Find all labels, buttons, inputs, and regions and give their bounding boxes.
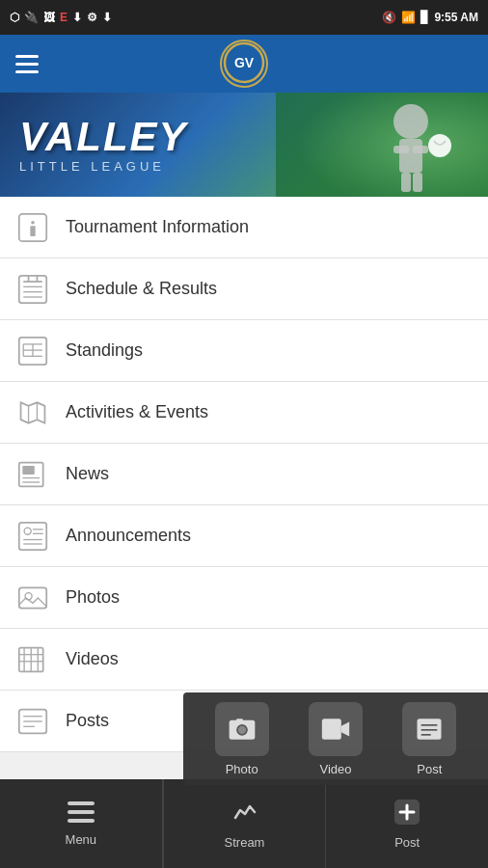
popup-photo-label: Photo: [226, 762, 258, 776]
svg-marker-55: [341, 721, 349, 736]
status-bar: ⬡ 🔌 🖼 E ⬇ ⚙ ⬇ 🔇 📶 ▊ 9:55 AM: [0, 0, 488, 35]
svg-rect-13: [19, 275, 46, 302]
activities-label: Activities & Events: [66, 402, 208, 422]
posts-label: Posts: [66, 711, 109, 731]
svg-rect-54: [322, 719, 341, 740]
popup-toolbar: Photo Video Post: [183, 692, 488, 785]
svg-point-11: [31, 220, 35, 224]
league-banner: VALLEY LITTLE LEAGUE: [0, 93, 488, 197]
news-icon: [15, 457, 50, 492]
svg-rect-4: [399, 139, 422, 173]
svg-point-3: [393, 104, 428, 139]
bottom-navigation: Menu Stream Post: [0, 779, 488, 868]
photos-icon: [15, 581, 50, 615]
popup-post-label: Post: [417, 762, 442, 776]
menu-item-activities[interactable]: Activities & Events: [0, 382, 488, 444]
schedule-label: Schedule & Results: [66, 279, 217, 299]
standings-label: Standings: [66, 340, 143, 361]
svg-rect-29: [22, 466, 34, 475]
svg-rect-7: [401, 173, 411, 192]
banner-title: VALLEY: [19, 117, 188, 157]
nav-post-icon: [393, 799, 420, 831]
svg-rect-6: [413, 146, 428, 153]
popup-post-button[interactable]: Post: [383, 702, 476, 776]
svg-rect-32: [19, 522, 46, 549]
svg-rect-61: [68, 810, 95, 814]
banner-subtitle: LITTLE LEAGUE: [19, 159, 188, 174]
schedule-icon: [15, 272, 50, 307]
svg-rect-62: [68, 819, 95, 823]
posts-icon: [15, 704, 50, 739]
banner-text: VALLEY LITTLE LEAGUE: [19, 117, 188, 174]
popup-video-icon: [309, 702, 363, 756]
svg-rect-8: [413, 173, 422, 192]
svg-rect-2: [276, 93, 488, 197]
menu-item-schedule[interactable]: Schedule & Results: [0, 258, 488, 320]
nav-stream-label: Stream: [225, 835, 265, 850]
popup-video-button[interactable]: Video: [288, 702, 382, 776]
logo-svg: GV: [223, 41, 265, 84]
svg-point-33: [24, 528, 31, 534]
standings-icon: [15, 334, 50, 368]
announcements-label: Announcements: [66, 526, 191, 546]
menu-list: Tournament Information Schedule & Result…: [0, 197, 488, 752]
announcements-icon: [15, 519, 50, 554]
nav-menu-button[interactable]: Menu: [0, 779, 163, 868]
popup-photo-icon: [215, 702, 269, 756]
menu-item-standings[interactable]: Standings: [0, 320, 488, 382]
svg-rect-12: [30, 226, 35, 236]
nav-post-button[interactable]: Post: [326, 779, 488, 868]
menu-item-news[interactable]: News: [0, 444, 488, 505]
svg-rect-53: [236, 719, 243, 721]
app-header: GV: [0, 35, 488, 93]
videos-icon: [15, 642, 50, 677]
svg-point-52: [237, 725, 245, 733]
info-icon: [15, 210, 50, 245]
map-icon: [15, 395, 50, 430]
menu-item-tournament[interactable]: Tournament Information: [0, 197, 488, 258]
svg-point-9: [428, 134, 451, 157]
time-display: 9:55 AM: [434, 11, 478, 24]
status-bar-right-icons: 🔇 📶 ▊ 9:55 AM: [382, 11, 478, 24]
nav-menu-icon: [68, 801, 95, 828]
status-bar-left-icons: ⬡ 🔌 🖼 E ⬇ ⚙ ⬇: [10, 11, 112, 24]
svg-text:GV: GV: [234, 55, 255, 70]
nav-stream-icon: [231, 799, 258, 831]
nav-post-label: Post: [394, 835, 420, 850]
svg-rect-5: [393, 146, 409, 153]
nav-menu-label: Menu: [66, 832, 97, 847]
banner-image: [276, 93, 488, 197]
svg-rect-38: [19, 587, 46, 608]
popup-post-icon: [402, 702, 456, 756]
menu-item-announcements[interactable]: Announcements: [0, 505, 488, 567]
menu-item-videos[interactable]: Videos: [0, 629, 488, 691]
app-logo: GV: [220, 40, 268, 88]
tournament-label: Tournament Information: [66, 217, 249, 237]
popup-photo-button[interactable]: Photo: [195, 702, 288, 776]
news-label: News: [66, 464, 109, 484]
hamburger-button[interactable]: [15, 55, 39, 73]
menu-item-photos[interactable]: Photos: [0, 567, 488, 629]
nav-stream-button[interactable]: Stream: [163, 779, 327, 868]
popup-video-label: Video: [319, 762, 351, 776]
svg-rect-60: [68, 801, 95, 805]
videos-label: Videos: [66, 649, 119, 669]
photos-label: Photos: [66, 587, 120, 608]
